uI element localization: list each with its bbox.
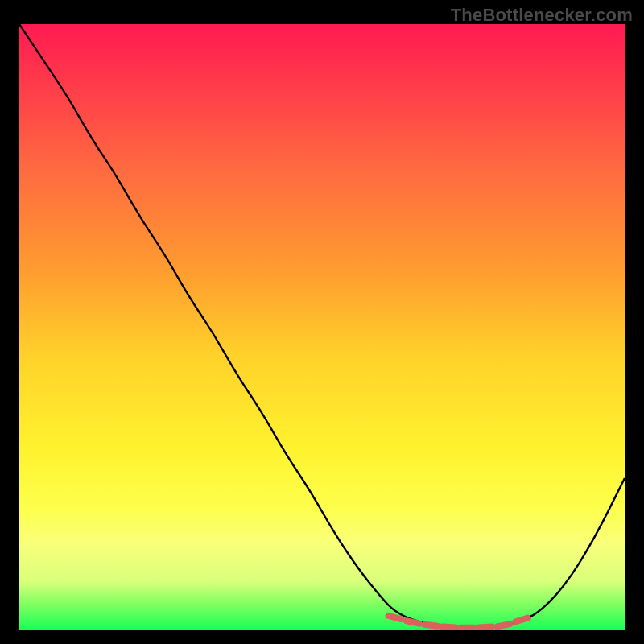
chart-frame: TheBottlenecker.com bbox=[0, 0, 644, 644]
marker-dash bbox=[407, 621, 419, 623]
curve-line bbox=[19, 24, 625, 627]
marker-dash bbox=[389, 616, 401, 619]
watermark-text: TheBottlenecker.com bbox=[451, 5, 633, 26]
marker-dash bbox=[424, 625, 437, 626]
marker-dash bbox=[497, 624, 510, 626]
marker-dash bbox=[515, 618, 527, 622]
plot-area bbox=[19, 24, 625, 630]
marker-dash bbox=[443, 626, 456, 627]
chart-svg bbox=[19, 24, 625, 630]
marker-dash bbox=[479, 626, 492, 627]
